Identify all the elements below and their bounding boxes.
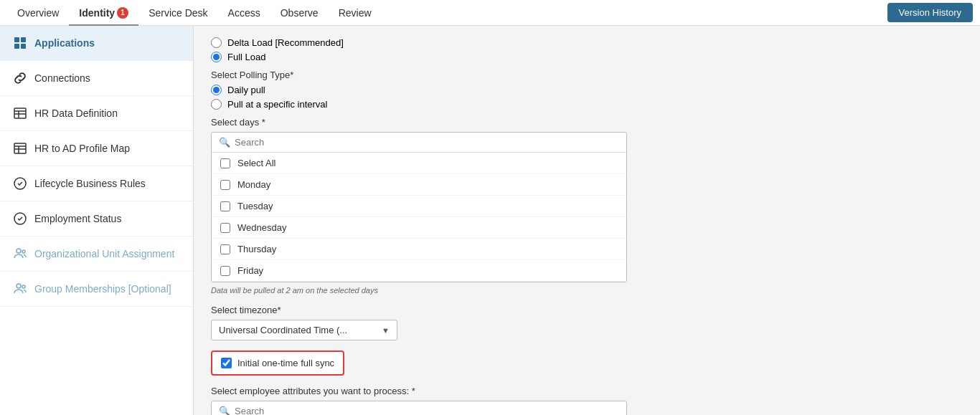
- full-load-option[interactable]: Full Load: [211, 52, 963, 62]
- day-friday[interactable]: Friday: [212, 260, 626, 282]
- link-icon: [13, 71, 27, 85]
- svg-point-16: [17, 284, 21, 288]
- top-navigation: Overview Identity 1 Service Desk Access …: [0, 0, 980, 26]
- group-people-icon: [13, 282, 27, 296]
- svg-rect-2: [14, 44, 19, 49]
- sidebar-item-lifecycle[interactable]: Lifecycle Business Rules: [0, 166, 193, 201]
- timezone-label: Select timezone*: [211, 305, 963, 315]
- days-list: Select All Monday Tuesday Wednesday: [212, 153, 626, 282]
- org-people-icon: [13, 247, 27, 261]
- sidebar-item-org-unit[interactable]: Organizational Unit Assignment: [0, 237, 193, 272]
- polling-type-label: Select Polling Type*: [211, 70, 963, 80]
- svg-rect-8: [14, 143, 26, 153]
- nav-service-desk[interactable]: Service Desk: [138, 0, 217, 26]
- svg-rect-1: [21, 37, 26, 42]
- nav-access[interactable]: Access: [218, 0, 270, 26]
- day-select-all[interactable]: Select All: [212, 153, 626, 174]
- identity-badge: 1: [117, 7, 128, 19]
- circle-check-icon: [13, 176, 27, 191]
- svg-rect-4: [14, 108, 26, 118]
- initial-sync-label: Initial one-time full sync: [237, 358, 334, 368]
- days-dropdown: 🔍 Select All Monday Tuesday: [211, 132, 627, 282]
- delta-load-option[interactable]: Delta Load [Recommended]: [211, 37, 963, 48]
- day-thursday[interactable]: Thursday: [212, 239, 626, 260]
- select-days-label: Select days *: [211, 117, 963, 128]
- search-icon-bottom: 🔍: [219, 406, 230, 415]
- page-layout: Applications Connections HR Data Definit…: [0, 26, 980, 415]
- day-tuesday[interactable]: Tuesday: [212, 196, 626, 217]
- sidebar-item-group-memberships[interactable]: Group Memberships [Optional]: [0, 272, 193, 307]
- grid-icon: [13, 36, 27, 50]
- polling-type-group: Select Polling Type* Daily pull Pull at …: [211, 70, 963, 110]
- initial-sync-checkbox[interactable]: [221, 358, 232, 368]
- table2-icon: [13, 141, 27, 156]
- day-wednesday[interactable]: Wednesday: [212, 217, 626, 239]
- sidebar: Applications Connections HR Data Definit…: [0, 26, 194, 415]
- timezone-section: Select timezone* Universal Coordinated T…: [211, 305, 963, 340]
- select-days-section: Select days * 🔍 Select All Monday: [211, 117, 963, 295]
- initial-sync-container: Initial one-time full sync: [211, 350, 344, 376]
- employee-attrs-search-input[interactable]: [235, 406, 619, 415]
- sidebar-item-hr-data-definition[interactable]: HR Data Definition: [0, 96, 193, 131]
- sidebar-item-employment-status[interactable]: Employment Status: [0, 201, 193, 237]
- load-type-group: Delta Load [Recommended] Full Load: [211, 37, 963, 62]
- sidebar-item-connections[interactable]: Connections: [0, 61, 193, 96]
- svg-rect-3: [21, 44, 26, 49]
- svg-point-14: [17, 249, 21, 253]
- daily-pull-option[interactable]: Daily pull: [211, 85, 963, 95]
- employee-attrs-label: Select employee attributes you want to p…: [211, 386, 963, 396]
- timezone-select[interactable]: Universal Coordinated Time (... ▼: [211, 320, 397, 340]
- search-icon: 🔍: [219, 137, 230, 148]
- nav-review[interactable]: Review: [329, 0, 382, 26]
- day-monday[interactable]: Monday: [212, 174, 626, 196]
- svg-point-17: [22, 285, 25, 288]
- nav-overview[interactable]: Overview: [7, 0, 69, 26]
- table-icon: [13, 106, 27, 120]
- days-search-row: 🔍: [212, 133, 626, 153]
- version-history-button[interactable]: Version History: [887, 3, 973, 22]
- check-icon: [13, 211, 27, 226]
- main-content: Delta Load [Recommended] Full Load Selec…: [194, 26, 980, 415]
- chevron-down-icon: ▼: [382, 326, 390, 335]
- nav-identity[interactable]: Identity 1: [69, 0, 138, 26]
- svg-point-15: [22, 250, 25, 253]
- employee-attrs-search: 🔍: [211, 401, 627, 415]
- days-search-input[interactable]: [235, 137, 619, 148]
- svg-rect-0: [14, 37, 19, 42]
- nav-observe[interactable]: Observe: [270, 0, 329, 26]
- sidebar-item-hr-to-ad[interactable]: HR to AD Profile Map: [0, 131, 193, 166]
- specific-interval-option[interactable]: Pull at a specific interval: [211, 99, 963, 110]
- sidebar-item-applications[interactable]: Applications: [0, 26, 193, 61]
- pull-hint-text: Data will be pulled at 2 am on the selec…: [211, 286, 963, 295]
